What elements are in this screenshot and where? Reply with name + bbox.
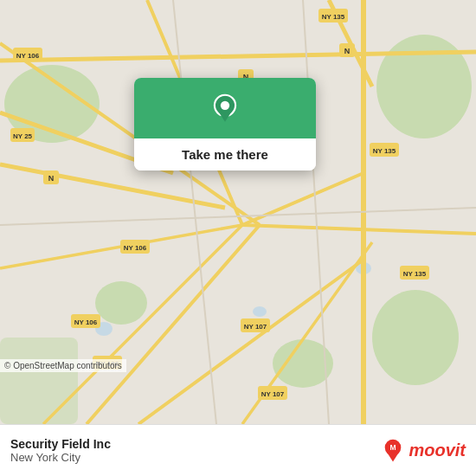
svg-text:NY 135: NY 135 (322, 13, 345, 21)
svg-text:NY 107: NY 107 (244, 323, 267, 331)
svg-marker-55 (218, 112, 232, 122)
map-popup[interactable]: Take me there (134, 78, 316, 170)
popup-take-me-there-label[interactable]: Take me there (134, 138, 316, 170)
svg-text:N: N (344, 47, 351, 55)
svg-text:N: N (48, 174, 55, 183)
svg-point-54 (221, 101, 229, 110)
moovit-logo: M moovit (381, 439, 466, 463)
bottom-bar: Security Field Inc New York City M moovi… (0, 424, 476, 476)
svg-text:NY 106: NY 106 (16, 52, 40, 60)
moovit-brand-text: moovit (408, 441, 466, 460)
map-attribution: © OpenStreetMap contributors (0, 359, 126, 372)
svg-point-3 (372, 290, 459, 385)
location-city: New York City (10, 451, 111, 464)
svg-text:NY 25: NY 25 (13, 132, 33, 140)
svg-text:M: M (390, 443, 396, 452)
svg-text:NY 106: NY 106 (124, 244, 147, 252)
location-info: Security Field Inc New York City (10, 437, 111, 464)
svg-point-8 (253, 306, 267, 317)
popup-green-header (134, 78, 316, 138)
svg-text:NY 135: NY 135 (403, 270, 427, 278)
svg-rect-6 (0, 338, 78, 424)
svg-point-4 (95, 281, 147, 325)
moovit-pin-icon: M (381, 439, 405, 463)
svg-text:NY 107: NY 107 (261, 390, 285, 398)
map-pin-icon (209, 93, 241, 126)
svg-text:NY 135: NY 135 (373, 147, 396, 155)
svg-text:NY 106: NY 106 (74, 318, 98, 326)
map-container: NY 135 NY 135 NY 135 NY 106 NY 25 NY 106… (0, 0, 476, 424)
svg-marker-57 (387, 452, 399, 461)
location-name: Security Field Inc (10, 437, 111, 451)
